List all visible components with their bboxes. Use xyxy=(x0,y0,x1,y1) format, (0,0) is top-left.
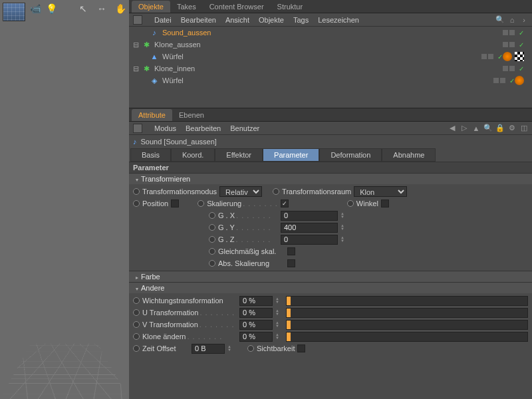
menu-lesezeichen[interactable]: Lesezeichen xyxy=(318,16,359,24)
home-icon[interactable]: ⌂ xyxy=(508,16,516,24)
object-name[interactable]: Würfel xyxy=(162,76,493,84)
tab-takes[interactable]: Takes xyxy=(170,1,203,13)
hierarchy-row-klone-innen[interactable]: ⊟ ✱ Klone_innen ✓ xyxy=(129,63,532,74)
checkbox-gleichmaessig[interactable] xyxy=(287,247,295,255)
menu-ansicht[interactable]: Ansicht xyxy=(225,16,249,24)
tag-icon[interactable] xyxy=(515,76,524,85)
subtab-parameter[interactable]: Parameter xyxy=(263,148,319,162)
menu-bearbeiten[interactable]: Bearbeiten xyxy=(186,124,221,132)
input-gz[interactable]: 0 xyxy=(281,235,338,245)
new-icon[interactable]: ◫ xyxy=(520,124,528,132)
group-transformieren[interactable]: Transformieren xyxy=(129,173,532,184)
path-icon[interactable]: › xyxy=(520,16,528,24)
anim-dot[interactable] xyxy=(209,260,215,267)
back-icon[interactable]: ◀ xyxy=(448,124,456,132)
subtab-basis[interactable]: Basis xyxy=(130,148,171,162)
anim-dot[interactable] xyxy=(133,200,140,207)
anim-dot[interactable] xyxy=(209,236,215,243)
menu-objekte[interactable]: Objekte xyxy=(259,16,284,24)
slider-wichtungstransformation[interactable] xyxy=(286,296,528,306)
spinner[interactable]: ▲▼ xyxy=(275,308,282,318)
hand-icon[interactable]: ✋ xyxy=(113,1,128,16)
anim-dot[interactable] xyxy=(133,333,140,340)
checkbox-sichtbarkeit[interactable] xyxy=(297,344,305,352)
fwd-icon[interactable]: ▷ xyxy=(460,124,468,132)
anim-dot[interactable] xyxy=(133,321,140,328)
input-wichtungstransformation[interactable]: 0 % xyxy=(239,296,273,306)
expand-icon[interactable]: ⊟ xyxy=(133,65,141,73)
tag-icon[interactable] xyxy=(503,52,512,61)
anim-dot[interactable] xyxy=(209,212,215,219)
anim-dot[interactable] xyxy=(347,200,354,207)
slider-u-transformation[interactable] xyxy=(286,308,528,318)
select-transformationsmodus[interactable]: Relativ xyxy=(219,186,262,197)
group-andere[interactable]: Andere xyxy=(129,282,532,293)
anim-dot[interactable] xyxy=(209,224,215,231)
tab-content-browser[interactable]: Content Browser xyxy=(203,1,271,13)
hierarchy-row-klone-aussen[interactable]: ⊟ ✱ Klone_aussen ✓ xyxy=(129,39,532,51)
tab-ebenen[interactable]: Ebenen xyxy=(172,109,211,121)
tab-objekte[interactable]: Objekte xyxy=(132,1,170,13)
select-transformationsraum[interactable]: Klon xyxy=(354,186,407,197)
menu-bearbeiten[interactable]: Bearbeiten xyxy=(181,16,216,24)
spinner-gz[interactable]: ▲▼ xyxy=(340,235,347,245)
input-u-transformation[interactable]: 0 % xyxy=(239,308,273,318)
input-klone-aendern[interactable]: 0 % xyxy=(239,332,273,342)
menu-modus[interactable]: Modus xyxy=(154,124,176,132)
lock-icon[interactable]: 🔒 xyxy=(496,124,504,132)
input-gx[interactable]: 0 xyxy=(281,211,338,221)
input-v-transformation[interactable]: 0 % xyxy=(239,320,273,330)
checkbox-winkel[interactable] xyxy=(381,200,389,207)
search-icon[interactable]: 🔍 xyxy=(484,124,492,132)
texture-tag-icon[interactable] xyxy=(515,52,524,61)
hierarchy-row-wuerfel-1[interactable]: ▲ Würfel ✓ xyxy=(129,51,532,63)
input-gy[interactable]: 400 xyxy=(281,223,338,233)
subtab-deformation[interactable]: Deformation xyxy=(319,148,382,162)
menu-icon[interactable] xyxy=(133,15,142,25)
spinner[interactable]: ▲▼ xyxy=(227,344,234,354)
hierarchy-row-wuerfel-2[interactable]: ◈ Würfel ✓ xyxy=(129,74,532,86)
anim-dot[interactable] xyxy=(133,297,140,304)
menu-tags[interactable]: Tags xyxy=(293,16,309,24)
anim-dot[interactable] xyxy=(133,188,140,195)
object-name[interactable]: Klone_innen xyxy=(154,65,503,72)
tab-attribute[interactable]: Attribute xyxy=(132,109,172,121)
object-hierarchy[interactable]: ♪ Sound_aussen ✓ ⊟ ✱ Klone_aussen ✓ ▲ Wü… xyxy=(129,27,532,108)
arrow-icon[interactable]: ↔ xyxy=(94,1,109,16)
view-thumbnail[interactable] xyxy=(3,3,25,21)
subtab-koord[interactable]: Koord. xyxy=(171,148,215,162)
anim-dot[interactable] xyxy=(273,188,279,195)
spinner[interactable]: ▲▼ xyxy=(275,332,282,342)
expand-icon[interactable]: ⊟ xyxy=(133,41,141,49)
spinner-gy[interactable]: ▲▼ xyxy=(340,223,347,233)
anim-dot[interactable] xyxy=(198,200,204,207)
subtab-abnahme[interactable]: Abnahme xyxy=(382,148,436,162)
anim-dot[interactable] xyxy=(133,345,140,352)
search-icon[interactable]: 🔍 xyxy=(496,16,504,24)
object-name[interactable]: Klone_aussen xyxy=(154,41,503,49)
menu-datei[interactable]: Datei xyxy=(154,16,172,24)
checkbox-skalierung[interactable]: ✓ xyxy=(281,200,289,207)
camera-icon[interactable]: 📹 xyxy=(28,1,43,16)
subtab-effektor[interactable]: Effektor xyxy=(215,148,263,162)
group-farbe[interactable]: Farbe xyxy=(129,271,532,282)
tab-struktur[interactable]: Struktur xyxy=(271,1,310,13)
light-icon[interactable]: 💡 xyxy=(44,1,59,16)
spinner[interactable]: ▲▼ xyxy=(275,296,282,306)
menu-icon[interactable] xyxy=(133,124,142,133)
up-icon[interactable]: ▲ xyxy=(472,124,480,132)
input-zeit-offset[interactable]: 0 B xyxy=(192,344,225,354)
object-name[interactable]: Würfel xyxy=(162,53,481,61)
anim-dot[interactable] xyxy=(209,248,215,255)
cursor-icon[interactable]: ↖ xyxy=(76,1,90,16)
hierarchy-row-sound-aussen[interactable]: ♪ Sound_aussen ✓ xyxy=(129,27,532,39)
gear-icon[interactable]: ⚙ xyxy=(508,124,516,132)
slider-klone-aendern[interactable] xyxy=(286,332,528,342)
menu-benutzer[interactable]: Benutzer xyxy=(230,124,259,132)
checkbox-position[interactable] xyxy=(171,200,179,207)
slider-v-transformation[interactable] xyxy=(286,320,528,330)
anim-dot[interactable] xyxy=(133,309,140,316)
checkbox-abs-skalierung[interactable] xyxy=(287,259,295,267)
anim-dot[interactable] xyxy=(247,345,254,352)
spinner-gx[interactable]: ▲▼ xyxy=(340,211,347,221)
